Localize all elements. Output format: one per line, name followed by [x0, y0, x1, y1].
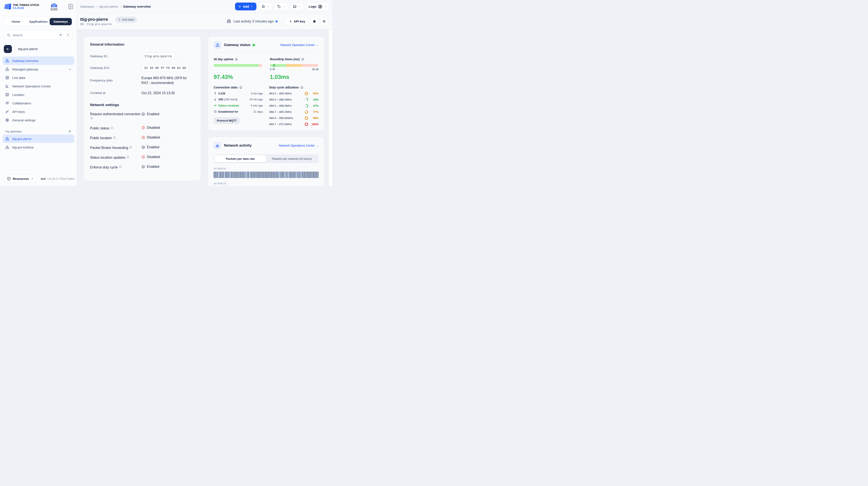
api-key-label: API key — [294, 20, 305, 23]
packet-bar — [217, 172, 218, 178]
add-gateway-button[interactable] — [68, 130, 72, 133]
inbox-button[interactable] — [290, 3, 304, 10]
sidebar-item-managed-gateway[interactable]: Managed gateway — [3, 65, 74, 74]
top-gateways-title: Top gateways — [5, 130, 22, 133]
roundtrip-max: 83.48 — [312, 68, 318, 72]
packet-bar — [251, 172, 252, 178]
scrollbar-track[interactable] — [329, 30, 332, 186]
sidebar-item-live-data[interactable]: Live data — [3, 74, 74, 82]
packet-bar — [258, 172, 259, 178]
labels-button[interactable] — [274, 3, 288, 10]
info-icon[interactable] — [90, 116, 93, 120]
top-gateway-item-ttig-pro-pierre[interactable]: ttig-pro-pierre — [3, 135, 74, 143]
cmd-keycap: ⌘ — [58, 32, 63, 38]
packet-bar — [318, 172, 318, 178]
sidebar-item-location[interactable]: Location — [3, 90, 74, 99]
activity-tab-packets-per-channel-24-hours-[interactable]: Packets per channel (24 hours) — [266, 155, 318, 162]
packet-bar — [315, 172, 316, 178]
packet-bar — [313, 172, 314, 178]
setting-status-text: Enabled — [147, 112, 159, 116]
info-icon[interactable] — [119, 165, 122, 168]
bar-segment — [214, 64, 259, 67]
packet-bar — [272, 172, 273, 178]
more-menu-button[interactable] — [320, 18, 328, 25]
chevron-down-icon — [68, 68, 72, 71]
activity-tabs: Packets per data ratePackets per channel… — [214, 154, 318, 163]
setting-label: Public status — [90, 126, 141, 130]
packet-bar — [305, 172, 306, 178]
duty-cycle-row: 868.0 – 868.6MHz47% — [269, 104, 319, 108]
info-icon — [7, 177, 11, 180]
chevron-down-icon — [298, 5, 301, 8]
info-icon[interactable] — [113, 136, 116, 139]
info-icon[interactable] — [126, 155, 129, 159]
setting-label: Enforce duty cycle — [90, 165, 141, 169]
stack-version: v3.35.0.725ac7ad6d — [48, 177, 74, 180]
duty-cycle-ring-icon — [305, 116, 308, 120]
packet-bar — [219, 172, 220, 178]
sidebar-item-label: API keys — [12, 110, 25, 114]
sidebar-collapse-button[interactable] — [68, 4, 73, 9]
sidebar-item-gateway-overview[interactable]: Gateway overview — [3, 56, 74, 65]
top-gateway-item-ttig-pro-krishna[interactable]: ttig-pro-krishna — [3, 143, 74, 151]
starred-entities-button[interactable] — [259, 3, 272, 10]
sidebar-item-api-keys[interactable]: API keys — [3, 107, 74, 116]
sidebar-item-collaborators[interactable]: Collaborators — [3, 99, 74, 107]
general-information-title: General information — [90, 42, 194, 47]
search-input[interactable]: Search ⌘ K — [4, 31, 73, 39]
gateway-icon — [5, 59, 9, 63]
tab-gateways[interactable]: Gateways — [50, 18, 72, 25]
info-icon[interactable] — [110, 126, 113, 130]
add-button[interactable]: Add — [235, 3, 256, 10]
packet-bar — [234, 172, 235, 178]
status-connected-dot — [253, 44, 255, 46]
roundtrip-bar — [270, 64, 319, 67]
search-placeholder: Search — [12, 33, 55, 37]
duty-cycle-ring-icon — [305, 104, 308, 108]
noc-link[interactable]: Network Operations Center → — [279, 144, 318, 147]
account-menu-button[interactable]: Logo — [306, 2, 330, 11]
info-icon[interactable] — [239, 86, 242, 89]
sidebar-header: THE THINGS STACK CLOUD THE THINGS INDUST… — [0, 0, 77, 13]
packet-bar — [238, 172, 239, 178]
noc-link[interactable]: Network Operation Center → — [280, 43, 318, 47]
duty-cycle-gauge-group: 77% — [305, 110, 318, 114]
breadcrumb-item[interactable]: ttig-pro-pierre — [99, 5, 118, 8]
setting-status-text: Disabled — [147, 126, 160, 130]
brand-line1: THE THINGS STACK — [13, 4, 39, 6]
packet-bar — [301, 172, 301, 178]
info-icon[interactable] — [300, 86, 304, 89]
info-icon[interactable] — [129, 146, 132, 149]
packet-bar — [290, 172, 291, 178]
info-row-value[interactable]: ttig-pro-pierre — [141, 52, 175, 60]
pulse-icon — [214, 104, 218, 107]
tab-applications[interactable]: Applications — [27, 18, 50, 25]
info-row-value[interactable]: EC 65 6E FF FE 00 02 00 — [141, 64, 189, 72]
add-label-button[interactable]: Add label — [115, 17, 137, 23]
breadcrumb-item[interactable]: Gateways — [80, 5, 94, 8]
sidebar-item-network-operations-center[interactable]: Network Operations Center — [3, 82, 74, 90]
packet-bar — [274, 172, 275, 178]
setting-row: Public status Disabled — [90, 126, 194, 130]
things-stack-logo[interactable]: THE THINGS STACK CLOUD — [3, 3, 39, 10]
back-button[interactable] — [4, 45, 12, 53]
packet-bar — [215, 172, 215, 178]
frequency-range: 868.7 – 869.2MHz — [269, 110, 292, 114]
star-filled-icon — [312, 19, 316, 23]
info-icon[interactable] — [235, 58, 238, 61]
sidebar-item-general-settings[interactable]: General settings — [3, 116, 74, 124]
packet-bar — [226, 172, 227, 178]
api-key-button[interactable]: API key — [286, 18, 309, 25]
info-icon[interactable] — [301, 58, 304, 61]
tab-home[interactable]: Home — [5, 18, 27, 25]
beacon-icon — [226, 19, 231, 24]
info-row: Created atOct 22, 2024 15:13:35 — [90, 89, 194, 97]
chevron-down-icon — [31, 177, 34, 180]
general-information-rows: Gateway IDttig-pro-pierreGateway EUIEC 6… — [90, 52, 194, 97]
data-rate-label: SF7BW125 — [214, 182, 318, 185]
resources-button[interactable]: Resources — [4, 175, 37, 183]
bookmark-star-button[interactable] — [310, 18, 318, 25]
activity-tab-packets-per-data-rate[interactable]: Packets per data rate — [214, 155, 266, 162]
inbox-icon — [293, 4, 297, 8]
resources-label: Resources — [13, 177, 29, 180]
